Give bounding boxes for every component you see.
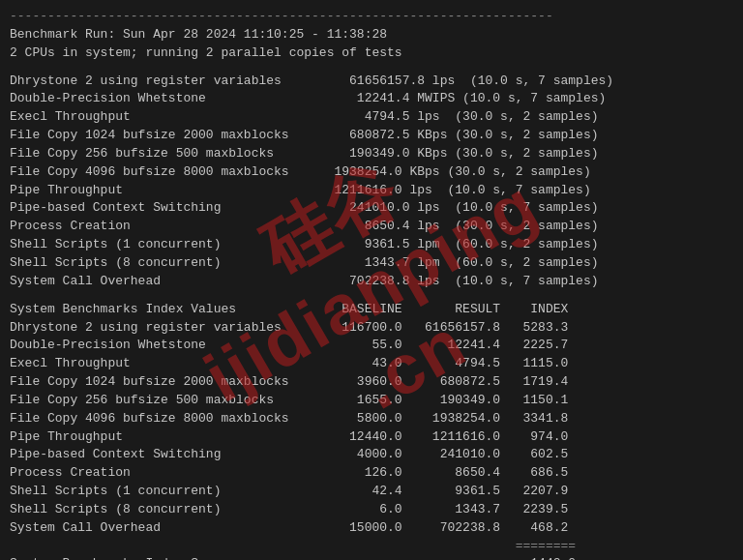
perf-row-2: Execl Throughput 4794.5 lps (30.0 s, 2 s… bbox=[10, 108, 733, 127]
index-header: System Benchmarks Index Values BASELINE … bbox=[10, 301, 733, 319]
index-row-3: File Copy 1024 bufsize 2000 maxblocks 39… bbox=[10, 373, 733, 392]
perf-row-4: File Copy 256 bufsize 500 maxblocks 1903… bbox=[10, 145, 733, 163]
perf-row-8: Process Creation 8650.4 lps (30.0 s, 2 s… bbox=[10, 218, 733, 236]
cpu-info-line: 2 CPUs in system; running 2 parallel cop… bbox=[10, 44, 733, 63]
index-row-6: Pipe Throughput 12440.0 1211616.0 974.0 bbox=[10, 428, 733, 447]
top-separator: ----------------------------------------… bbox=[10, 8, 733, 26]
terminal-window: 硅谷ijidianping.cn -----------------------… bbox=[0, 0, 743, 560]
perf-row-10: Shell Scripts (8 concurrent) 1343.7 lpm … bbox=[10, 254, 733, 273]
perf-row-0: Dhrystone 2 using register variables 616… bbox=[10, 73, 733, 91]
index-row-1: Double-Precision Whetstone 55.0 12241.4 … bbox=[10, 337, 733, 355]
benchmark-run-line: Benchmark Run: Sun Apr 28 2024 11:10:25 … bbox=[10, 26, 733, 44]
index-section: System Benchmarks Index Values BASELINE … bbox=[10, 301, 733, 560]
perf-row-9: Shell Scripts (1 concurrent) 9361.5 lpm … bbox=[10, 236, 733, 254]
perf-row-11: System Call Overhead 702238.8 lps (10.0 … bbox=[10, 273, 733, 291]
gap2 bbox=[10, 291, 733, 301]
index-row-9: Shell Scripts (1 concurrent) 42.4 9361.5… bbox=[10, 483, 733, 501]
perf-row-3: File Copy 1024 bufsize 2000 maxblocks 68… bbox=[10, 127, 733, 145]
index-row-7: Pipe-based Context Switching 4000.0 2410… bbox=[10, 446, 733, 464]
index-row-2: Execl Throughput 43.0 4794.5 1115.0 bbox=[10, 355, 733, 373]
perf-row-6: Pipe Throughput 1211616.0 lps (10.0 s, 7… bbox=[10, 182, 733, 200]
index-row-10: Shell Scripts (8 concurrent) 6.0 1343.7 … bbox=[10, 501, 733, 519]
equals-line: ======== bbox=[10, 538, 733, 556]
score-line: System Benchmarks Index Score 1442.0 bbox=[10, 555, 733, 560]
index-row-0: Dhrystone 2 using register variables 116… bbox=[10, 319, 733, 338]
index-row-8: Process Creation 126.0 8650.4 686.5 bbox=[10, 464, 733, 483]
index-row-11: System Call Overhead 15000.0 702238.8 46… bbox=[10, 519, 733, 538]
index-row-5: File Copy 4096 bufsize 8000 maxblocks 58… bbox=[10, 410, 733, 428]
perf-row-5: File Copy 4096 bufsize 8000 maxblocks 19… bbox=[10, 163, 733, 182]
perf-row-1: Double-Precision Whetstone 12241.4 MWIPS… bbox=[10, 90, 733, 108]
index-row-4: File Copy 256 bufsize 500 maxblocks 1655… bbox=[10, 392, 733, 410]
perf-section: Dhrystone 2 using register variables 616… bbox=[10, 73, 733, 291]
gap1 bbox=[10, 63, 733, 73]
perf-row-7: Pipe-based Context Switching 241010.0 lp… bbox=[10, 199, 733, 218]
